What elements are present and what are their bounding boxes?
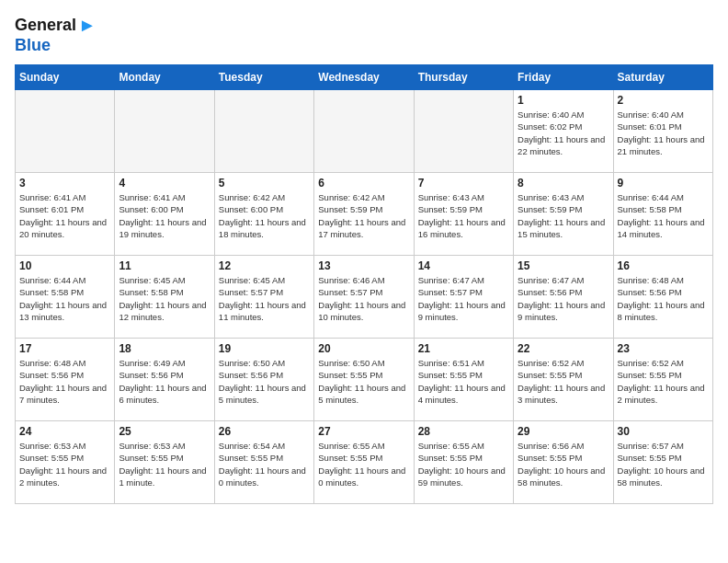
day-number: 18: [119, 342, 210, 355]
column-header-wednesday: Wednesday: [314, 65, 414, 90]
day-number: 20: [318, 342, 409, 355]
calendar-cell: 3Sunrise: 6:41 AMSunset: 6:01 PMDaylight…: [16, 173, 115, 256]
day-info: Sunrise: 6:55 AMSunset: 5:55 PMDaylight:…: [418, 440, 509, 488]
column-header-tuesday: Tuesday: [214, 65, 313, 90]
calendar-cell: 10Sunrise: 6:44 AMSunset: 5:58 PMDayligh…: [16, 256, 115, 339]
day-info: Sunrise: 6:54 AMSunset: 5:55 PMDaylight:…: [219, 440, 310, 488]
day-info: Sunrise: 6:40 AMSunset: 6:01 PMDaylight:…: [618, 109, 709, 157]
day-number: 24: [19, 425, 110, 438]
logo-blue: Blue: [15, 36, 51, 55]
calendar-cell: 6Sunrise: 6:42 AMSunset: 5:59 PMDaylight…: [314, 173, 414, 256]
logo-general: General: [15, 16, 76, 35]
calendar-cell: [214, 90, 313, 173]
day-number: 28: [418, 425, 509, 438]
calendar-cell: 22Sunrise: 6:52 AMSunset: 5:55 PMDayligh…: [514, 339, 613, 421]
calendar-cell: [16, 90, 115, 173]
calendar-cell: 16Sunrise: 6:48 AMSunset: 5:56 PMDayligh…: [613, 256, 712, 339]
day-info: Sunrise: 6:47 AMSunset: 5:56 PMDaylight:…: [518, 274, 609, 323]
week-row-4: 17Sunrise: 6:48 AMSunset: 5:56 PMDayligh…: [16, 339, 713, 421]
calendar-cell: 11Sunrise: 6:45 AMSunset: 5:58 PMDayligh…: [115, 256, 214, 339]
day-info: Sunrise: 6:57 AMSunset: 5:55 PMDaylight:…: [618, 440, 709, 488]
day-number: 25: [119, 425, 210, 438]
day-number: 9: [618, 177, 709, 190]
day-info: Sunrise: 6:51 AMSunset: 5:55 PMDaylight:…: [418, 357, 509, 406]
day-number: 26: [219, 425, 310, 438]
column-header-thursday: Thursday: [414, 65, 513, 90]
week-row-3: 10Sunrise: 6:44 AMSunset: 5:58 PMDayligh…: [16, 256, 713, 339]
day-info: Sunrise: 6:50 AMSunset: 5:55 PMDaylight:…: [318, 357, 409, 406]
day-info: Sunrise: 6:48 AMSunset: 5:56 PMDaylight:…: [618, 274, 709, 323]
day-number: 15: [518, 259, 609, 272]
calendar-cell: 2Sunrise: 6:40 AMSunset: 6:01 PMDaylight…: [613, 90, 712, 173]
day-number: 5: [219, 177, 310, 190]
day-number: 12: [219, 259, 310, 272]
calendar-cell: 8Sunrise: 6:43 AMSunset: 5:59 PMDaylight…: [514, 173, 613, 256]
day-info: Sunrise: 6:47 AMSunset: 5:57 PMDaylight:…: [418, 274, 509, 323]
day-info: Sunrise: 6:40 AMSunset: 6:02 PMDaylight:…: [518, 109, 609, 157]
calendar-cell: 26Sunrise: 6:54 AMSunset: 5:55 PMDayligh…: [214, 421, 313, 504]
calendar-cell: 30Sunrise: 6:57 AMSunset: 5:55 PMDayligh…: [613, 421, 712, 504]
day-number: 14: [418, 259, 509, 272]
day-number: 29: [518, 425, 609, 438]
day-info: Sunrise: 6:44 AMSunset: 5:58 PMDaylight:…: [618, 191, 709, 240]
day-info: Sunrise: 6:45 AMSunset: 5:57 PMDaylight:…: [219, 274, 310, 323]
calendar-cell: [314, 90, 414, 173]
day-number: 6: [318, 177, 409, 190]
day-number: 30: [618, 425, 709, 438]
column-header-friday: Friday: [514, 65, 613, 90]
day-number: 19: [219, 342, 310, 355]
calendar-cell: 28Sunrise: 6:55 AMSunset: 5:55 PMDayligh…: [414, 421, 513, 504]
day-info: Sunrise: 6:48 AMSunset: 5:56 PMDaylight:…: [19, 357, 110, 406]
day-info: Sunrise: 6:43 AMSunset: 5:59 PMDaylight:…: [418, 191, 509, 240]
calendar-cell: 7Sunrise: 6:43 AMSunset: 5:59 PMDaylight…: [414, 173, 513, 256]
day-info: Sunrise: 6:52 AMSunset: 5:55 PMDaylight:…: [618, 357, 709, 406]
day-info: Sunrise: 6:42 AMSunset: 6:00 PMDaylight:…: [219, 191, 310, 240]
day-number: 16: [618, 259, 709, 272]
day-number: 23: [618, 342, 709, 355]
logo-blue-text: Blue: [15, 36, 51, 54]
day-number: 13: [318, 259, 409, 272]
calendar-cell: 27Sunrise: 6:55 AMSunset: 5:55 PMDayligh…: [314, 421, 414, 504]
logo: General ► Blue: [15, 15, 97, 55]
day-info: Sunrise: 6:44 AMSunset: 5:58 PMDaylight:…: [19, 274, 110, 323]
day-info: Sunrise: 6:42 AMSunset: 5:59 PMDaylight:…: [318, 191, 409, 240]
calendar-cell: 9Sunrise: 6:44 AMSunset: 5:58 PMDaylight…: [613, 173, 712, 256]
day-number: 2: [618, 94, 709, 107]
day-number: 27: [318, 425, 409, 438]
day-number: 22: [518, 342, 609, 355]
page-header: General ► Blue: [15, 15, 713, 55]
calendar-cell: 21Sunrise: 6:51 AMSunset: 5:55 PMDayligh…: [414, 339, 513, 421]
calendar-cell: 1Sunrise: 6:40 AMSunset: 6:02 PMDaylight…: [514, 90, 613, 173]
day-info: Sunrise: 6:53 AMSunset: 5:55 PMDaylight:…: [19, 440, 110, 488]
day-info: Sunrise: 6:56 AMSunset: 5:55 PMDaylight:…: [518, 440, 609, 488]
week-row-1: 1Sunrise: 6:40 AMSunset: 6:02 PMDaylight…: [16, 90, 713, 173]
day-info: Sunrise: 6:50 AMSunset: 5:56 PMDaylight:…: [219, 357, 310, 406]
day-number: 4: [119, 177, 210, 190]
column-header-sunday: Sunday: [16, 65, 115, 90]
calendar-cell: 12Sunrise: 6:45 AMSunset: 5:57 PMDayligh…: [214, 256, 313, 339]
day-info: Sunrise: 6:43 AMSunset: 5:59 PMDaylight:…: [518, 191, 609, 240]
day-number: 21: [418, 342, 509, 355]
calendar-table: SundayMondayTuesdayWednesdayThursdayFrid…: [15, 64, 713, 504]
column-header-saturday: Saturday: [613, 65, 712, 90]
day-number: 10: [19, 259, 110, 272]
day-info: Sunrise: 6:52 AMSunset: 5:55 PMDaylight:…: [518, 357, 609, 406]
calendar-cell: 19Sunrise: 6:50 AMSunset: 5:56 PMDayligh…: [214, 339, 313, 421]
day-info: Sunrise: 6:45 AMSunset: 5:58 PMDaylight:…: [119, 274, 210, 323]
calendar-cell: 13Sunrise: 6:46 AMSunset: 5:57 PMDayligh…: [314, 256, 414, 339]
logo-arrow-icon: ►: [78, 15, 97, 36]
calendar-cell: 15Sunrise: 6:47 AMSunset: 5:56 PMDayligh…: [514, 256, 613, 339]
day-info: Sunrise: 6:41 AMSunset: 6:01 PMDaylight:…: [19, 191, 110, 240]
day-number: 7: [418, 177, 509, 190]
calendar-cell: [115, 90, 214, 173]
calendar-cell: 18Sunrise: 6:49 AMSunset: 5:56 PMDayligh…: [115, 339, 214, 421]
calendar-cell: 17Sunrise: 6:48 AMSunset: 5:56 PMDayligh…: [16, 339, 115, 421]
calendar-cell: 25Sunrise: 6:53 AMSunset: 5:55 PMDayligh…: [115, 421, 214, 504]
week-row-2: 3Sunrise: 6:41 AMSunset: 6:01 PMDaylight…: [16, 173, 713, 256]
calendar-cell: 24Sunrise: 6:53 AMSunset: 5:55 PMDayligh…: [16, 421, 115, 504]
day-number: 3: [19, 177, 110, 190]
calendar-cell: 29Sunrise: 6:56 AMSunset: 5:55 PMDayligh…: [514, 421, 613, 504]
day-info: Sunrise: 6:49 AMSunset: 5:56 PMDaylight:…: [119, 357, 210, 406]
day-info: Sunrise: 6:53 AMSunset: 5:55 PMDaylight:…: [119, 440, 210, 488]
calendar-cell: 4Sunrise: 6:41 AMSunset: 6:00 PMDaylight…: [115, 173, 214, 256]
